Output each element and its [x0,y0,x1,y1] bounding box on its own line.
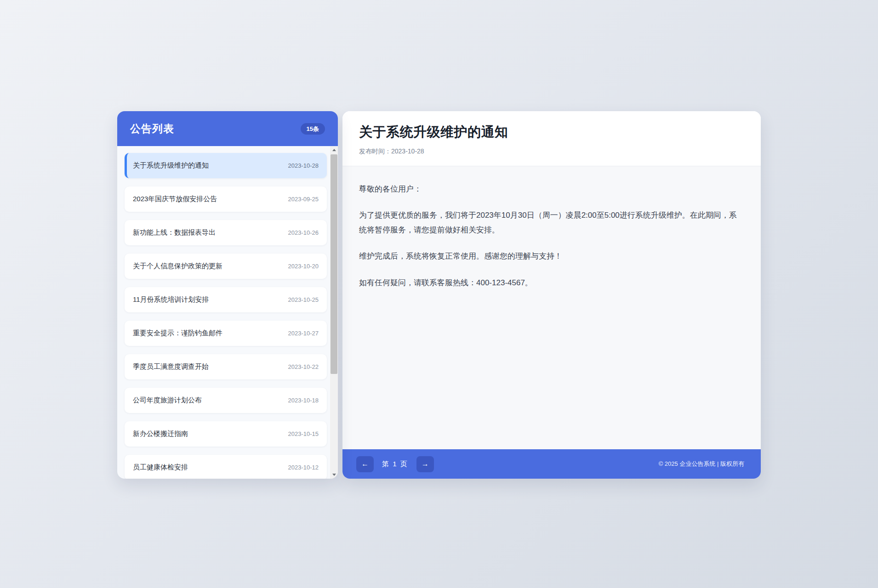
publish-time: 发布时间：2023-10-28 [359,147,744,156]
item-date: 2023-10-20 [288,263,319,270]
triangle-up-icon [332,149,336,151]
item-date: 2023-10-27 [288,330,319,337]
item-title: 11月份系统培训计划安排 [133,295,209,304]
detail-header: 关于系统升级维护的通知 发布时间：2023-10-28 [342,111,761,166]
announcement-list: 关于系统升级维护的通知 2023-10-28 2023年国庆节放假安排公告 20… [117,146,338,479]
detail-paragraph: 维护完成后，系统将恢复正常使用。感谢您的理解与支持！ [359,249,744,263]
page-indicator: 第 1 页 [382,460,408,469]
announcement-list-item[interactable]: 11月份系统培训计划安排 2023-10-25 [125,287,327,312]
announcement-list-item[interactable]: 重要安全提示：谨防钓鱼邮件 2023-10-27 [125,321,327,346]
item-title: 关于个人信息保护政策的更新 [133,262,222,271]
announcement-list-item[interactable]: 员工健康体检安排 2023-10-12 [125,455,327,479]
announcement-list-wrap: 关于系统升级维护的通知 2023-10-28 2023年国庆节放假安排公告 20… [117,146,338,479]
item-date: 2023-10-25 [288,296,319,303]
announcement-list-item[interactable]: 关于系统升级维护的通知 2023-10-28 [125,153,327,178]
scrollbar-down-button[interactable] [330,471,338,479]
announcement-detail-panel: 关于系统升级维护的通知 发布时间：2023-10-28 尊敬的各位用户：为了提供… [342,111,761,479]
count-badge: 15条 [301,123,325,135]
item-date: 2023-10-28 [288,162,319,169]
detail-footer: ← 第 1 页 → © 2025 企业公告系统 | 版权所有 [342,449,761,479]
announcement-list-item[interactable]: 公司年度旅游计划公布 2023-10-18 [125,388,327,413]
item-date: 2023-10-12 [288,464,319,471]
announcement-list-item[interactable]: 新办公楼搬迁指南 2023-10-15 [125,421,327,447]
list-scrollbar[interactable] [330,146,338,479]
next-page-button[interactable]: → [416,456,434,472]
prev-page-button[interactable]: ← [356,456,374,472]
item-title: 公司年度旅游计划公布 [133,396,202,405]
announcement-list-item[interactable]: 新功能上线：数据报表导出 2023-10-26 [125,220,327,245]
announcement-list-item[interactable]: 2023年国庆节放假安排公告 2023-09-25 [125,187,327,212]
item-date: 2023-10-18 [288,397,319,404]
item-title: 重要安全提示：谨防钓鱼邮件 [133,329,222,338]
announcement-sidebar: 公告列表 15条 关于系统升级维护的通知 2023-10-28 2023年国庆节… [117,111,338,479]
item-title: 季度员工满意度调查开始 [133,362,209,371]
copyright: © 2025 企业公告系统 | 版权所有 [659,460,744,468]
sidebar-header: 公告列表 15条 [117,111,338,146]
detail-paragraph: 如有任何疑问，请联系客服热线：400-123-4567。 [359,276,744,290]
item-title: 关于系统升级维护的通知 [133,161,209,170]
pagination: ← 第 1 页 → [356,456,434,472]
sidebar-title: 公告列表 [130,122,174,136]
detail-body: 尊敬的各位用户：为了提供更优质的服务，我们将于2023年10月30日（周一）凌晨… [342,166,761,449]
announcement-app: 公告列表 15条 关于系统升级维护的通知 2023-10-28 2023年国庆节… [117,111,761,479]
triangle-down-icon [332,474,336,476]
item-date: 2023-10-15 [288,430,319,437]
scrollbar-thumb[interactable] [331,154,337,374]
item-title: 新办公楼搬迁指南 [133,430,188,438]
item-date: 2023-10-22 [288,363,319,370]
item-date: 2023-10-26 [288,229,319,236]
scrollbar-up-button[interactable] [330,146,338,154]
detail-paragraph: 尊敬的各位用户： [359,182,744,196]
announcement-list-item[interactable]: 关于个人信息保护政策的更新 2023-10-20 [125,254,327,279]
detail-title: 关于系统升级维护的通知 [359,123,744,141]
item-title: 2023年国庆节放假安排公告 [133,195,217,204]
detail-paragraph: 为了提供更优质的服务，我们将于2023年10月30日（周一）凌晨2:00至5:0… [359,208,744,237]
item-title: 新功能上线：数据报表导出 [133,228,216,237]
item-title: 员工健康体检安排 [133,463,188,472]
item-date: 2023-09-25 [288,196,319,203]
announcement-list-item[interactable]: 季度员工满意度调查开始 2023-10-22 [125,354,327,379]
